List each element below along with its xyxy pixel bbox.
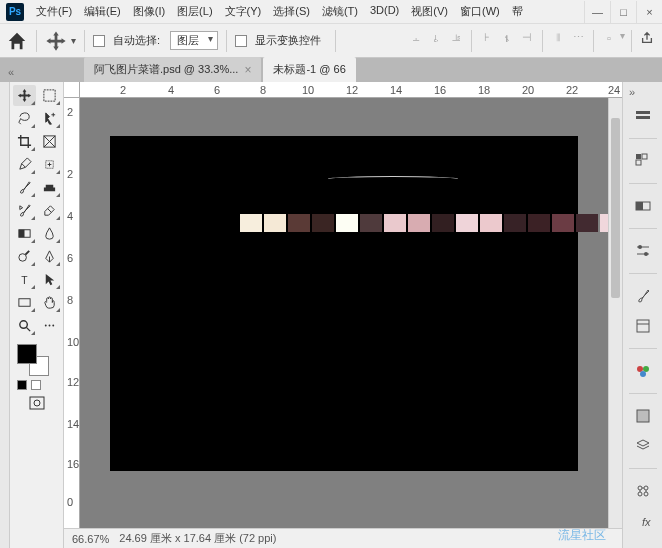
dropdown-arrow-icon[interactable]: ▾ — [620, 30, 625, 52]
toolbox: T — [10, 82, 64, 548]
type-tool[interactable]: T — [13, 269, 36, 290]
transform-checkbox[interactable] — [235, 35, 247, 47]
separator — [335, 30, 336, 52]
status-bar: 66.67% 24.69 厘米 x 17.64 厘米 (72 ppi) — [64, 528, 622, 548]
align-left-icon[interactable]: ⊦ — [478, 30, 496, 46]
align-group: ⫠ ⫰ ⫡ ⊦ ⫮ ⊣ ⦀ ⋯ ▫ ▾ — [407, 30, 656, 52]
align-vcenter-icon[interactable]: ⫰ — [427, 30, 445, 46]
left-collapse-strip[interactable] — [0, 82, 10, 548]
minimize-button[interactable]: — — [584, 1, 610, 23]
foreground-color[interactable] — [17, 344, 37, 364]
menu-3d[interactable]: 3D(D) — [364, 0, 405, 23]
gradient-tool[interactable] — [13, 223, 36, 244]
eraser-tool[interactable] — [38, 200, 61, 221]
svg-text:fx: fx — [642, 516, 651, 528]
layers-panel-icon[interactable] — [629, 434, 657, 458]
lasso-tool[interactable] — [13, 108, 36, 129]
layer-select[interactable]: 图层 — [170, 31, 218, 50]
clone-stamp-tool[interactable] — [38, 177, 61, 198]
align-top-icon[interactable]: ⫠ — [407, 30, 425, 46]
pen-tool[interactable] — [38, 246, 61, 267]
quick-select-tool[interactable] — [38, 108, 61, 129]
menu-select[interactable]: 选择(S) — [267, 0, 316, 23]
brushes-panel-icon[interactable] — [629, 284, 657, 308]
close-button[interactable]: × — [636, 1, 662, 23]
zoom-level[interactable]: 66.67% — [72, 533, 109, 545]
quick-mask-button[interactable] — [13, 396, 60, 410]
rectangle-tool[interactable] — [13, 292, 36, 313]
default-colors-icon[interactable] — [17, 380, 27, 390]
canvas-pixel — [360, 214, 382, 232]
document-tab[interactable]: 未标题-1 @ 66 — [263, 57, 355, 82]
tab-close-icon[interactable]: × — [244, 64, 251, 76]
color-swatches[interactable] — [13, 342, 60, 378]
svg-rect-23 — [636, 202, 643, 210]
collapse-arrow-icon[interactable]: » — [623, 86, 635, 98]
tab-label: 未标题-1 @ 66 — [273, 62, 345, 77]
crop-tool[interactable] — [13, 131, 36, 152]
zoom-tool[interactable] — [13, 315, 36, 336]
scrollbar-thumb[interactable] — [611, 118, 620, 298]
svg-rect-34 — [637, 410, 649, 422]
menu-help[interactable]: 帮 — [506, 0, 529, 23]
align-right-icon[interactable]: ⊣ — [518, 30, 536, 46]
maximize-button[interactable]: □ — [610, 1, 636, 23]
home-button[interactable] — [6, 30, 28, 52]
menu-edit[interactable]: 编辑(E) — [78, 0, 127, 23]
move-tool-icon[interactable] — [45, 30, 67, 52]
horizontal-ruler[interactable]: 24 68 1012 1416 1820 2224 — [80, 82, 622, 98]
svg-rect-18 — [636, 116, 650, 119]
menu-layer[interactable]: 图层(L) — [171, 0, 218, 23]
auto-select-checkbox[interactable] — [93, 35, 105, 47]
frame-tool[interactable] — [38, 131, 61, 152]
share-icon[interactable] — [638, 30, 656, 46]
align-bottom-icon[interactable]: ⫡ — [447, 30, 465, 46]
svg-point-7 — [19, 254, 27, 262]
svg-rect-20 — [642, 154, 647, 159]
color-panel-icon[interactable] — [629, 104, 657, 128]
separator — [631, 30, 632, 52]
canvas-pixel — [552, 214, 574, 232]
swatches-panel-icon[interactable] — [629, 149, 657, 173]
ruler-origin[interactable] — [64, 82, 80, 98]
brush-tool[interactable] — [13, 177, 36, 198]
channels-panel-icon[interactable] — [629, 479, 657, 503]
path-select-tool[interactable] — [38, 269, 61, 290]
move-tool[interactable] — [13, 85, 36, 106]
menu-type[interactable]: 文字(Y) — [219, 0, 268, 23]
menu-image[interactable]: 图像(I) — [127, 0, 171, 23]
separator — [471, 30, 472, 52]
align-hcenter-icon[interactable]: ⫮ — [498, 30, 516, 46]
hand-tool[interactable] — [38, 292, 61, 313]
menu-window[interactable]: 窗口(W) — [454, 0, 506, 23]
adjustments-panel-icon[interactable] — [629, 239, 657, 263]
canvas[interactable] — [110, 136, 578, 471]
spot-heal-tool[interactable] — [38, 154, 61, 175]
gradients-panel-icon[interactable] — [629, 194, 657, 218]
history-panel-icon[interactable] — [629, 314, 657, 338]
distribute-h-icon[interactable]: ⦀ — [549, 30, 567, 46]
viewport[interactable] — [80, 98, 608, 528]
menu-file[interactable]: 文件(F) — [30, 0, 78, 23]
collapse-arrow-icon[interactable]: « — [4, 62, 24, 82]
canvas-pixel — [456, 214, 478, 232]
paths-panel-icon[interactable]: fx — [629, 509, 657, 533]
3d-mode-icon[interactable]: ▫ — [600, 30, 618, 46]
menu-filter[interactable]: 滤镜(T) — [316, 0, 364, 23]
dodge-tool[interactable] — [13, 246, 36, 267]
distribute-more-icon[interactable]: ⋯ — [569, 30, 587, 46]
swap-colors-icon[interactable] — [31, 380, 41, 390]
history-brush-tool[interactable] — [13, 200, 36, 221]
document-tab[interactable]: 阿飞图片菜谱.psd @ 33.3%... × — [84, 57, 261, 82]
libraries-panel-icon[interactable] — [629, 359, 657, 383]
properties-panel-icon[interactable] — [629, 404, 657, 428]
edit-toolbar-button[interactable] — [38, 315, 61, 336]
app-logo: Ps — [6, 3, 24, 21]
vertical-ruler[interactable]: 22 46 810 1214 160 — [64, 98, 80, 528]
blur-tool[interactable] — [38, 223, 61, 244]
dropdown-arrow-icon[interactable]: ▾ — [71, 35, 76, 46]
eyedropper-tool[interactable] — [13, 154, 36, 175]
vertical-scrollbar[interactable] — [608, 98, 622, 528]
marquee-tool[interactable] — [38, 85, 61, 106]
menu-view[interactable]: 视图(V) — [405, 0, 454, 23]
